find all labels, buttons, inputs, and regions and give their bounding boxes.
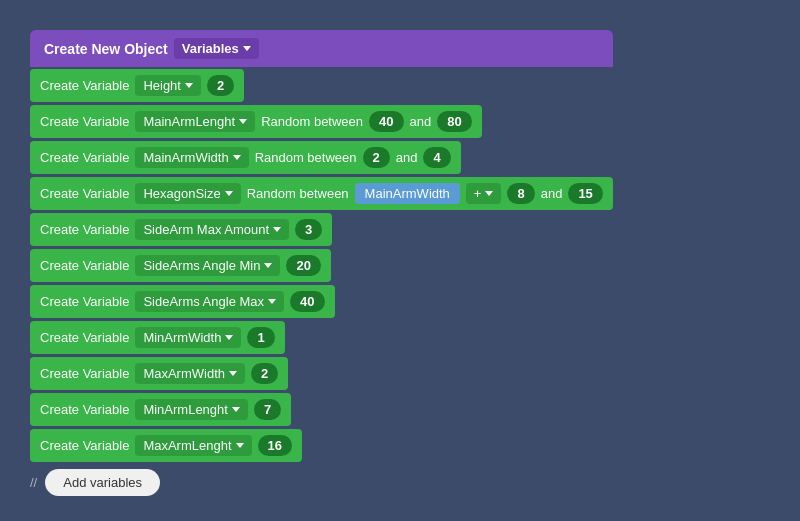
chevron-down-icon — [236, 443, 244, 448]
row-mainarmlenght: Create Variable MainArmLenght Random bet… — [30, 105, 482, 138]
chevron-down-icon — [232, 407, 240, 412]
create-variable-label: Create Variable — [40, 114, 129, 129]
row-maxarmwidth: Create Variable MaxArmWidth 2 — [30, 357, 288, 390]
var-name-maxarmwidth[interactable]: MaxArmWidth — [135, 363, 245, 384]
value-badge-20: 20 — [286, 255, 320, 276]
value-badge-40: 40 — [369, 111, 403, 132]
row-hexagonsize: Create Variable HexagonSize Random betwe… — [30, 177, 613, 210]
header-block: Create New Object Variables — [30, 30, 613, 67]
create-variable-label: Create Variable — [40, 186, 129, 201]
random-label: Random between — [255, 150, 357, 165]
chevron-down-icon — [273, 227, 281, 232]
add-variables-button[interactable]: Add variables — [45, 469, 160, 496]
chevron-down-icon — [243, 46, 251, 51]
chevron-down-icon — [239, 119, 247, 124]
row-sidearms-angle-max: Create Variable SideArms Angle Max 40 — [30, 285, 335, 318]
row-minarmlenght: Create Variable MinArmLenght 7 — [30, 393, 291, 426]
random-label: Random between — [247, 186, 349, 201]
row-mainarmwidth: Create Variable MainArmWidth Random betw… — [30, 141, 461, 174]
value-badge-8: 8 — [507, 183, 534, 204]
and-label: and — [410, 114, 432, 129]
and-label: and — [396, 150, 418, 165]
variables-button[interactable]: Variables — [174, 38, 259, 59]
create-variable-label: Create Variable — [40, 330, 129, 345]
var-name-height[interactable]: Height — [135, 75, 201, 96]
value-badge-1: 1 — [247, 327, 274, 348]
value-badge-15: 15 — [568, 183, 602, 204]
var-name-mainarmlenght[interactable]: MainArmLenght — [135, 111, 255, 132]
create-variable-label: Create Variable — [40, 366, 129, 381]
var-name-sidearm-max[interactable]: SideArm Max Amount — [135, 219, 289, 240]
row-height: Create Variable Height 2 — [30, 69, 244, 102]
chevron-down-icon — [268, 299, 276, 304]
footer-row: // Add variables — [30, 469, 613, 496]
row-sidearm-max: Create Variable SideArm Max Amount 3 — [30, 213, 332, 246]
row-minarmwidth: Create Variable MinArmWidth 1 — [30, 321, 285, 354]
workspace: Create New Object Variables Create Varia… — [30, 30, 613, 496]
plus-operator-button[interactable]: + — [466, 183, 502, 204]
create-variable-label: Create Variable — [40, 438, 129, 453]
row-sidearms-angle-min: Create Variable SideArms Angle Min 20 — [30, 249, 331, 282]
create-variable-label: Create Variable — [40, 78, 129, 93]
value-badge-80: 80 — [437, 111, 471, 132]
value-badge-2b: 2 — [251, 363, 278, 384]
var-name-sidearms-angle-max[interactable]: SideArms Angle Max — [135, 291, 284, 312]
var-name-sidearms-angle-min[interactable]: SideArms Angle Min — [135, 255, 280, 276]
chevron-down-icon — [185, 83, 193, 88]
header-title: Create New Object — [44, 41, 168, 57]
create-variable-label: Create Variable — [40, 402, 129, 417]
chevron-down-icon — [229, 371, 237, 376]
create-variable-label: Create Variable — [40, 258, 129, 273]
value-badge-40: 40 — [290, 291, 324, 312]
value-badge-7: 7 — [254, 399, 281, 420]
chevron-down-icon — [225, 191, 233, 196]
var-name-minarmwidth[interactable]: MinArmWidth — [135, 327, 241, 348]
chevron-down-icon — [264, 263, 272, 268]
and-label: and — [541, 186, 563, 201]
comment-symbol: // — [30, 475, 37, 490]
var-name-minarmlenght[interactable]: MinArmLenght — [135, 399, 248, 420]
var-name-mainarmwidth[interactable]: MainArmWidth — [135, 147, 248, 168]
random-label: Random between — [261, 114, 363, 129]
row-maxarmlenght: Create Variable MaxArmLenght 16 — [30, 429, 302, 462]
chevron-down-icon — [233, 155, 241, 160]
value-badge-16: 16 — [258, 435, 292, 456]
var-name-hexagonsize[interactable]: HexagonSize — [135, 183, 240, 204]
value-badge-3: 3 — [295, 219, 322, 240]
create-variable-label: Create Variable — [40, 150, 129, 165]
chevron-down-icon — [225, 335, 233, 340]
chevron-down-icon — [485, 191, 493, 196]
create-variable-label: Create Variable — [40, 294, 129, 309]
value-badge-2: 2 — [363, 147, 390, 168]
value-badge-4: 4 — [423, 147, 450, 168]
ref-mainarmwidth-button[interactable]: MainArmWidth — [355, 183, 460, 204]
value-badge-height: 2 — [207, 75, 234, 96]
create-variable-label: Create Variable — [40, 222, 129, 237]
var-name-maxarmlenght[interactable]: MaxArmLenght — [135, 435, 251, 456]
